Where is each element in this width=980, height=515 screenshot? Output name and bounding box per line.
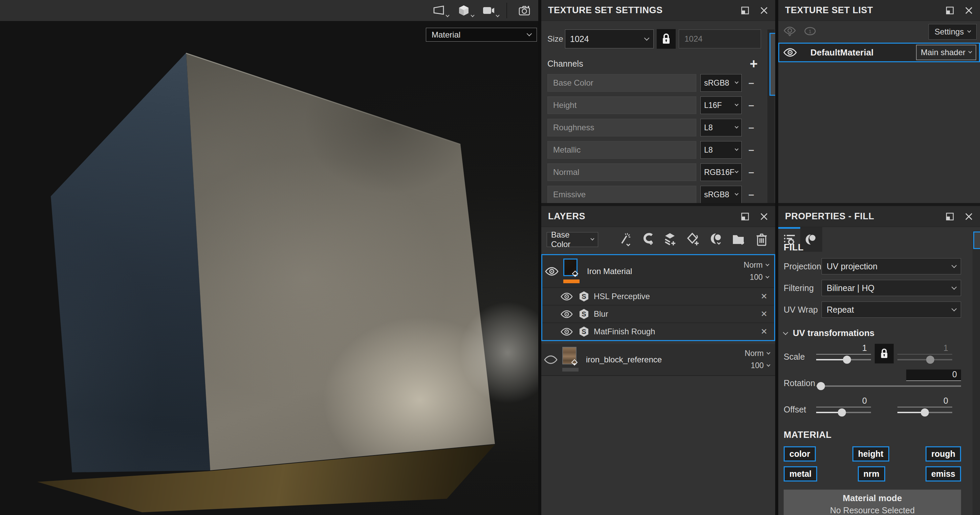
add-layer-icon[interactable] <box>664 232 678 247</box>
effect-row[interactable]: S Blur ✕ <box>542 305 774 323</box>
layer-thumbnail[interactable] <box>562 347 576 364</box>
channel-format-select[interactable]: RGB16F <box>700 164 742 181</box>
texture-set-settings-button[interactable]: Settings <box>929 24 977 40</box>
effect-row[interactable]: S MatFinish Rough ✕ <box>542 323 774 340</box>
size-lock-button[interactable] <box>657 29 676 49</box>
opacity-select[interactable]: 100 <box>750 273 769 282</box>
layer-group-selected[interactable]: Iron Material Norm 100 S HSL Perceptive … <box>541 254 775 341</box>
blend-mode-select[interactable]: Norm <box>745 349 770 358</box>
shader-select[interactable]: Main shader <box>916 45 976 60</box>
uv-transformations-toggle[interactable]: UV transformations <box>784 328 972 339</box>
remove-channel-icon[interactable]: – <box>748 122 754 134</box>
slider-knob[interactable] <box>843 356 851 364</box>
channel-name-field[interactable]: Normal <box>547 164 696 181</box>
filtering-select[interactable]: Bilinear | HQ <box>822 280 961 296</box>
channel-format-select[interactable]: L8 <box>700 141 742 159</box>
channel-format-select[interactable]: sRGB8 <box>700 186 742 203</box>
single-view-icon[interactable]: 1 <box>804 26 816 38</box>
remove-channel-icon[interactable]: – <box>748 100 754 111</box>
remove-effect-icon[interactable]: ✕ <box>760 327 774 336</box>
add-effect-icon[interactable] <box>641 232 655 247</box>
texture-set-row-selected[interactable]: DefaultMaterial Main shader <box>778 43 980 62</box>
close-panel-icon[interactable] <box>759 211 769 222</box>
remove-channel-icon[interactable]: – <box>748 77 754 89</box>
channel-format-select[interactable]: sRGB8 <box>700 74 742 92</box>
size-height-field[interactable]: 1024 <box>679 29 761 48</box>
effect-name[interactable]: HSL Perceptive <box>594 292 760 301</box>
delete-layer-icon[interactable] <box>755 232 768 247</box>
camera-view-icon[interactable] <box>481 2 496 19</box>
visibility-filter-icon[interactable] <box>784 26 796 38</box>
scale-lock-button[interactable] <box>875 344 894 363</box>
channel-button-height[interactable]: height <box>853 446 889 461</box>
column-divider[interactable] <box>775 0 778 515</box>
channel-name-field[interactable]: Emissive <box>547 186 696 203</box>
layer-row[interactable]: iron_block_reference Norm 100 <box>541 344 775 376</box>
undock-panel-icon[interactable] <box>945 211 955 222</box>
remove-channel-icon[interactable]: – <box>748 167 754 178</box>
add-fill-layer-icon[interactable] <box>687 232 700 247</box>
layers-channel-filter[interactable]: Base Color <box>547 232 598 247</box>
column-divider[interactable] <box>538 0 541 515</box>
layer-name[interactable]: Iron Material <box>587 267 744 276</box>
viewport-shading-select[interactable]: Material <box>426 28 537 41</box>
channel-button-nrm[interactable]: nrm <box>858 466 885 482</box>
rotation-slider[interactable] <box>816 381 961 391</box>
remove-channel-icon[interactable]: – <box>748 189 754 200</box>
layer-thumbnail[interactable] <box>563 259 578 276</box>
effect-visibility-toggle[interactable] <box>542 292 575 301</box>
offset-x-slider[interactable] <box>816 407 871 418</box>
effect-visibility-toggle[interactable] <box>542 327 575 336</box>
material-mode-selector[interactable]: Material mode No Resource Selected <box>784 490 961 515</box>
offset-y-slider[interactable] <box>897 407 952 418</box>
add-channel-icon[interactable]: + <box>750 59 757 69</box>
remove-effect-icon[interactable]: ✕ <box>760 309 774 319</box>
perspective-frame-icon[interactable] <box>431 2 446 19</box>
effect-visibility-toggle[interactable] <box>542 310 575 319</box>
channel-button-rough[interactable]: rough <box>926 446 961 461</box>
scale-y-slider[interactable] <box>897 354 952 365</box>
screenshot-camera-icon[interactable] <box>517 2 532 19</box>
scene-background[interactable] <box>0 21 538 515</box>
size-select[interactable]: 1024 <box>565 29 654 48</box>
texture-set-name[interactable]: DefaultMaterial <box>810 48 916 58</box>
layer-name[interactable]: iron_block_reference <box>586 355 745 364</box>
offset-y-value[interactable]: 0 <box>897 396 952 407</box>
channel-button-color[interactable]: color <box>784 446 816 461</box>
projection-select[interactable]: UV projection <box>822 258 961 274</box>
scrollbar[interactable] <box>767 29 775 203</box>
add-folder-icon[interactable] <box>732 232 746 247</box>
layer-row[interactable]: Iron Material Norm 100 <box>542 255 774 287</box>
undock-panel-icon[interactable] <box>740 211 750 222</box>
effect-row[interactable]: S HSL Perceptive ✕ <box>542 287 774 305</box>
channel-button-emiss[interactable]: emiss <box>926 466 961 482</box>
blend-mode-select[interactable]: Norm <box>744 261 769 270</box>
mesh-cube-icon[interactable] <box>456 2 471 19</box>
layer-visibility-toggle[interactable] <box>541 354 560 365</box>
uv-wrap-select[interactable]: Repeat <box>822 302 961 318</box>
close-panel-icon[interactable] <box>964 5 974 16</box>
channel-name-field[interactable]: Height <box>547 97 696 114</box>
close-panel-icon[interactable] <box>759 5 769 16</box>
effect-name[interactable]: MatFinish Rough <box>594 327 760 336</box>
channel-format-select[interactable]: L8 <box>700 119 742 137</box>
remove-channel-icon[interactable]: – <box>748 144 754 156</box>
texture-set-visibility-toggle[interactable] <box>779 48 801 57</box>
rotation-value[interactable]: 0 <box>906 369 961 381</box>
channel-name-field[interactable]: Roughness <box>547 119 696 137</box>
slider-knob[interactable] <box>926 356 934 364</box>
remove-effect-icon[interactable]: ✕ <box>760 292 774 301</box>
smart-material-wand-icon[interactable] <box>619 232 632 247</box>
slider-knob[interactable] <box>921 409 929 416</box>
add-mask-icon[interactable] <box>710 232 723 247</box>
opacity-select[interactable]: 100 <box>751 361 770 370</box>
layer-visibility-toggle[interactable] <box>542 266 561 277</box>
channel-name-field[interactable]: Metallic <box>547 141 696 159</box>
effect-name[interactable]: Blur <box>594 309 760 319</box>
offset-x-value[interactable]: 0 <box>816 396 871 407</box>
scrollbar-thumb[interactable] <box>973 231 980 249</box>
undock-panel-icon[interactable] <box>945 5 955 16</box>
viewport-3d[interactable]: Material <box>0 0 538 515</box>
slider-knob[interactable] <box>838 409 846 416</box>
scrollbar[interactable] <box>972 231 980 515</box>
